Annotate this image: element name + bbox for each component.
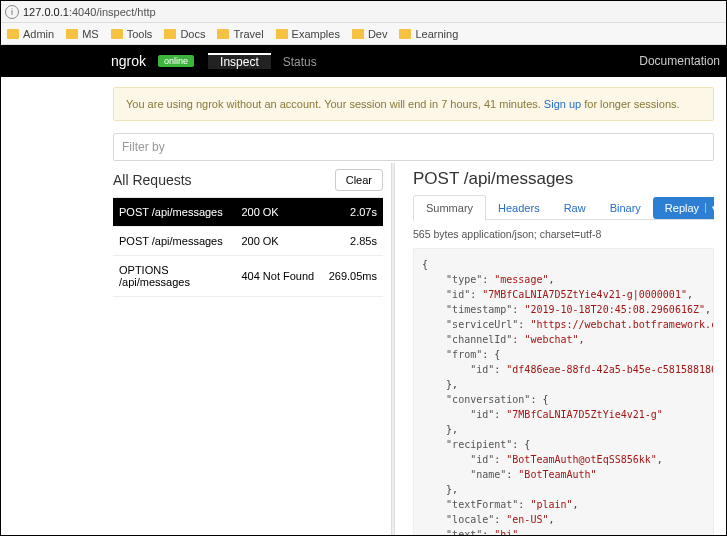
detail-tabs: SummaryHeadersRawBinary Replay▾ bbox=[413, 197, 714, 220]
signup-link[interactable]: Sign up bbox=[544, 98, 581, 110]
folder-icon bbox=[217, 29, 229, 39]
replay-button[interactable]: Replay▾ bbox=[653, 197, 714, 219]
bookmark-item[interactable]: Docs bbox=[164, 28, 205, 40]
folder-icon bbox=[399, 29, 411, 39]
bookmark-label: Dev bbox=[368, 28, 388, 40]
documentation-link[interactable]: Documentation bbox=[639, 54, 720, 68]
bookmark-item[interactable]: MS bbox=[66, 28, 99, 40]
folder-icon bbox=[111, 29, 123, 39]
nav-tab[interactable]: Inspect bbox=[208, 53, 271, 69]
brand: ngrok bbox=[111, 53, 146, 69]
requests-table: POST /api/messages200 OK2.07sPOST /api/m… bbox=[113, 197, 383, 297]
bookmark-label: Learning bbox=[415, 28, 458, 40]
bookmark-label: Admin bbox=[23, 28, 54, 40]
app-navbar: ngrok online InspectStatus Documentation bbox=[1, 45, 726, 77]
folder-icon bbox=[276, 29, 288, 39]
request-row[interactable]: OPTIONS /api/messages404 Not Found269.05… bbox=[113, 256, 383, 297]
bookmark-item[interactable]: Tools bbox=[111, 28, 153, 40]
requests-title: All Requests bbox=[113, 172, 192, 188]
bookmark-item[interactable]: Admin bbox=[7, 28, 54, 40]
clear-button[interactable]: Clear bbox=[335, 169, 383, 191]
folder-icon bbox=[7, 29, 19, 39]
folder-icon bbox=[352, 29, 364, 39]
folder-icon bbox=[164, 29, 176, 39]
folder-icon bbox=[66, 29, 78, 39]
bookmark-item[interactable]: Dev bbox=[352, 28, 388, 40]
bookmark-label: MS bbox=[82, 28, 99, 40]
address-bar: i 127.0.0.1:4040/inspect/http bbox=[1, 1, 726, 23]
detail-tab[interactable]: Summary bbox=[413, 195, 486, 221]
nav-tab[interactable]: Status bbox=[271, 55, 329, 69]
bookmark-item[interactable]: Travel bbox=[217, 28, 263, 40]
bookmark-label: Examples bbox=[292, 28, 340, 40]
status-badge: online bbox=[158, 55, 194, 67]
chevron-down-icon[interactable]: ▾ bbox=[705, 203, 714, 213]
request-row[interactable]: POST /api/messages200 OK2.07s bbox=[113, 198, 383, 227]
bookmarks-bar: AdminMSToolsDocsTravelExamplesDevLearnin… bbox=[1, 23, 726, 45]
response-body: { "type": "message", "id": "7MBfCaLNIA7D… bbox=[413, 248, 714, 536]
filter-input[interactable]: Filter by bbox=[113, 133, 714, 161]
bookmark-item[interactable]: Learning bbox=[399, 28, 458, 40]
detail-title: POST /api/messages bbox=[413, 169, 714, 189]
detail-tab[interactable]: Binary bbox=[598, 196, 653, 220]
pane-resizer[interactable] bbox=[391, 163, 395, 536]
bookmark-label: Travel bbox=[233, 28, 263, 40]
site-info-icon[interactable]: i bbox=[5, 5, 19, 19]
response-meta: 565 bytes application/json; charset=utf-… bbox=[413, 228, 714, 240]
detail-tab[interactable]: Headers bbox=[486, 196, 552, 220]
request-row[interactable]: POST /api/messages200 OK2.85s bbox=[113, 227, 383, 256]
url-text: 127.0.0.1:4040/inspect/http bbox=[23, 6, 156, 18]
bookmark-item[interactable]: Examples bbox=[276, 28, 340, 40]
bookmark-label: Tools bbox=[127, 28, 153, 40]
session-banner: You are using ngrok without an account. … bbox=[113, 87, 714, 121]
detail-tab[interactable]: Raw bbox=[552, 196, 598, 220]
bookmark-label: Docs bbox=[180, 28, 205, 40]
